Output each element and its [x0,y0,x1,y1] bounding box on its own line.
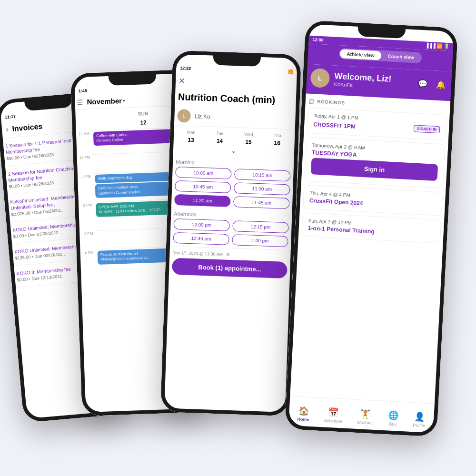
settings-icon[interactable]: ⚙ [226,252,229,257]
book-button[interactable]: Book (1) appointme... [172,258,288,278]
user-avatar: L [310,68,330,88]
time-slot[interactable]: 1:00 pm [232,234,288,247]
time-slot[interactable]: 11:45 am [233,196,290,209]
nav-schedule[interactable]: 📅 Schedule [324,407,343,424]
date-picker: Mon Tue Wed Thu 13 14 15 16 ⌄ [169,125,299,160]
athlete-view-toggle[interactable]: Athlete view [340,49,381,60]
time-label: 2 PM [75,202,95,231]
nav-profile-label: Profile [413,423,425,428]
bookings-section: 📋 BOOKINGS Today, Apr 1 @ 1 PM CROSSFIT … [294,93,454,252]
time-slot-selected[interactable]: 11:30 am [174,194,231,207]
workout-icon: 🏋 [360,408,371,419]
time-slot[interactable]: 12:15 pm [232,220,289,233]
phone-nutrition: 12:32 📶 ✕ Nutrition Coach (min) L Liz Ko… [160,50,301,416]
home-icon: 🏠 [298,405,309,416]
booking-card[interactable]: Tomorrow, Apr 2 @ 9 AM TUESDAY YOGA Sign… [304,137,445,188]
selected-date: Nov 17, 2023 @ 11:30 AM ⚙ [172,250,288,259]
invoices-title: Invoices [12,122,43,134]
nav-buy[interactable]: 🌐 Buy [387,410,399,426]
time-label: 1 PM [74,173,94,202]
nav-workout[interactable]: 🏋 Workout [357,408,373,426]
phone-main: 12:08 ▐▐▐ 📶 🔋 Athlete view Coach view L … [285,20,458,437]
time-label: 4 PM [76,249,96,278]
nav-profile[interactable]: 👤 Profile [413,411,426,428]
time-slot[interactable]: 12:00 pm [173,218,230,231]
nav-home[interactable]: 🏠 Home [297,405,310,422]
message-icon[interactable]: 💬 [416,77,429,90]
coach-name: Liz Ko [194,113,210,120]
calendar-icon: 📋 [308,99,315,104]
time-slot[interactable]: 10:15 am [234,169,291,181]
time-slot[interactable]: 10:45 am [175,180,231,193]
class-name: CROSSFIT 1PM [313,121,356,130]
time-slot[interactable]: 10:00 am [175,167,232,179]
nav-workout-label: Workout [357,419,373,425]
profile-icon: 👤 [414,411,425,422]
welcome-text: Welcome, Liz! KoKoFit [334,71,391,89]
month-label: November [87,97,122,106]
time-slot[interactable]: 12:45 pm [173,232,229,245]
afternoon-slots: 12:00 pm 12:15 pm 12:45 pm 1:00 pm [166,218,296,250]
signed-in-badge: SIGNED IN [414,125,440,133]
back-arrow-icon[interactable]: ‹ [5,125,9,134]
booking-card[interactable]: Thu, Apr 4 @ 4 PM CrossFit Open 2024 [303,185,443,216]
bell-icon[interactable]: 🔔 [434,78,447,91]
nav-buy-label: Buy [389,421,397,426]
morning-slots: 10:00 am 10:15 am 10:45 am 11:00 am 11:3… [168,166,298,212]
time-label: 12 PM [73,154,92,174]
coach-avatar: L [177,109,191,123]
dropdown-icon[interactable]: ▾ [123,98,125,103]
bottom-nav: 🏠 Home 📅 Schedule 🏋 Workout 🌐 Buy 👤 Prof… [285,396,438,437]
nav-schedule-label: Schedule [324,418,342,424]
time-label: 11 AM [72,130,92,155]
buy-icon: 🌐 [387,410,398,421]
booking-card[interactable]: Sun, Apr 7 @ 12 PM 1-on-1 Personal Train… [301,212,441,243]
booking-footer: Nov 17, 2023 @ 11:30 AM ⚙ Book (1) appoi… [165,246,295,282]
hamburger-icon[interactable]: ☰ [77,98,83,106]
schedule-icon: 📅 [328,407,339,417]
booking-card[interactable]: Today, Apr 1 @ 1 PM CROSSFIT 1PM SIGNED … [307,108,446,140]
time-slot[interactable]: 11:00 am [234,182,290,195]
nav-home-label: Home [297,416,309,422]
coach-view-toggle[interactable]: Coach view [381,51,421,62]
view-toggle: Athlete view Coach view [339,48,422,63]
action-icons: 💬 🔔 [416,77,447,91]
close-button[interactable]: ✕ [178,77,185,85]
time-label: 3 PM [76,230,95,250]
chevron-down-icon[interactable]: ⌄ [176,145,291,156]
